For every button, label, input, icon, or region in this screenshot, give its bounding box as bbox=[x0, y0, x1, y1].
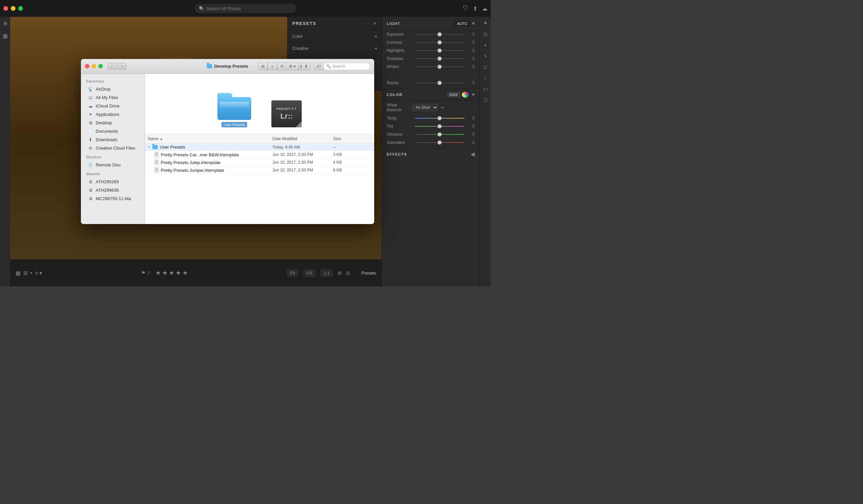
star-1[interactable]: ★ bbox=[155, 269, 161, 276]
desktop-icon: 🖥 bbox=[88, 120, 93, 125]
filmstrip-squares-icon[interactable]: ⊞ bbox=[23, 270, 28, 276]
lr-topbar: 🔍 Search All Photos ⛉ ⬆ ☁ bbox=[0, 0, 491, 17]
tint-slider[interactable] bbox=[415, 126, 464, 127]
user-presets-folder-item[interactable]: User Presets bbox=[217, 93, 251, 127]
saturation-label: Saturation bbox=[387, 140, 412, 145]
filter-icon[interactable]: ⛉ bbox=[463, 5, 468, 11]
white-balance-dropdown[interactable]: As Shot Auto Daylight Cloudy Custom bbox=[412, 104, 438, 111]
effects-chevron[interactable]: ◀ bbox=[471, 151, 475, 157]
lr-preset-file-item[interactable]: PRESET:T:T Lr:: bbox=[271, 100, 302, 127]
table-row[interactable]: ▼ User Presets Today, 9:45 AM -- bbox=[145, 143, 374, 151]
sidebar-item-all-my-files[interactable]: 🗂 All My Files bbox=[82, 93, 143, 101]
table-row[interactable]: Pretty Presets Juniper.lrtemplate Jun 10… bbox=[145, 166, 374, 174]
adjustments-icon[interactable]: ≡ bbox=[484, 20, 486, 26]
exposure-slider[interactable] bbox=[415, 34, 464, 35]
shadows-slider[interactable] bbox=[415, 58, 464, 59]
brush-icon[interactable]: ✎ bbox=[484, 54, 487, 59]
user-presets-folder-icon bbox=[217, 93, 251, 120]
info-icon[interactable]: ⓘ bbox=[483, 98, 488, 104]
sidebar-item-icloud[interactable]: ☁ iCloud Drive bbox=[82, 102, 143, 110]
sidebar-desktop-label: Desktop bbox=[96, 120, 112, 125]
fit-button[interactable]: Fit bbox=[287, 269, 298, 277]
star-2[interactable]: ★ bbox=[162, 269, 167, 276]
action-gear-button[interactable]: ⚙ ▾ bbox=[286, 63, 299, 70]
forward-button[interactable]: › bbox=[118, 63, 126, 70]
finder-minimize-button[interactable] bbox=[92, 64, 96, 68]
table-row[interactable]: Pretty Presets Car...mer B&W.lrtemplate … bbox=[145, 151, 374, 159]
blacks-slider[interactable] bbox=[415, 82, 464, 83]
star-4[interactable]: ★ bbox=[176, 269, 181, 276]
date-column-header[interactable]: Date Modified bbox=[270, 136, 330, 142]
sidebar-item-airdrop[interactable]: 📡 AirDrop bbox=[82, 85, 143, 93]
finder-maximize-button[interactable] bbox=[98, 64, 103, 68]
more-options-icon[interactable]: ··· bbox=[387, 72, 390, 76]
filmstrip-grid-icon[interactable]: ▦ bbox=[15, 270, 21, 276]
maximize-button[interactable] bbox=[18, 6, 23, 11]
file-icon-1 bbox=[154, 152, 159, 157]
auto-button[interactable]: AUTO bbox=[454, 21, 470, 27]
share-icon[interactable]: ⬆ bbox=[473, 5, 477, 12]
color-wheel-button[interactable] bbox=[462, 92, 468, 98]
expand-triangle[interactable]: ▼ bbox=[148, 146, 150, 148]
name-column-header[interactable]: Name ▲ bbox=[145, 136, 270, 142]
circle-icon[interactable]: ○ bbox=[484, 76, 486, 81]
cloud-icon[interactable]: ☁ bbox=[482, 5, 487, 12]
eyedropper-icon[interactable]: ✏ bbox=[441, 105, 445, 110]
highlights-label: Highlights bbox=[387, 48, 412, 53]
tag-icon[interactable]: 🏷 bbox=[484, 87, 487, 92]
temp-slider[interactable] bbox=[415, 118, 464, 119]
documents-icon: 📄 bbox=[88, 128, 93, 134]
finder-search[interactable]: 🔍 Search bbox=[323, 63, 370, 70]
star-3[interactable]: ★ bbox=[169, 269, 174, 276]
reject-icon[interactable]: ⚐ bbox=[147, 270, 151, 275]
fill-button[interactable]: Fill bbox=[303, 269, 315, 277]
vibrance-slider[interactable] bbox=[415, 134, 464, 135]
one-one-button[interactable]: 1:1 bbox=[320, 269, 333, 277]
saturation-slider[interactable] bbox=[415, 142, 464, 143]
share-button[interactable]: ⬆ bbox=[301, 63, 311, 70]
table-row[interactable]: Pretty Presets Julep.lrtemplate Jun 10, … bbox=[145, 159, 374, 166]
preset-item-creative[interactable]: Creative ◀ bbox=[288, 42, 382, 55]
preset-item-color[interactable]: Color ◀ bbox=[288, 30, 382, 42]
color-chevron[interactable]: ▾ bbox=[472, 91, 475, 98]
presets-more-icon[interactable]: ··· bbox=[366, 21, 370, 26]
compare-icon[interactable]: ⊟ bbox=[338, 271, 341, 275]
light-chevron[interactable]: ▾ bbox=[472, 20, 475, 27]
contrast-slider[interactable] bbox=[415, 42, 464, 43]
white-balance-label: White Balance bbox=[387, 103, 412, 112]
add-icon[interactable]: ⊕ bbox=[3, 20, 8, 27]
minimize-button[interactable] bbox=[11, 6, 15, 11]
finder-close-button[interactable] bbox=[85, 64, 89, 68]
back-button[interactable]: ‹ bbox=[108, 63, 116, 70]
flag-icon[interactable]: ⚑ bbox=[141, 270, 146, 275]
sidebar-item-documents[interactable]: 📄 Documents bbox=[82, 127, 143, 135]
page-curl bbox=[296, 121, 302, 127]
sidebar-item-ath299636[interactable]: 🖥 ATH299636 bbox=[82, 186, 143, 194]
sidebar-item-applications[interactable]: ✦ Applications bbox=[82, 110, 143, 118]
heal-icon[interactable]: ✦ bbox=[484, 43, 487, 48]
filmstrip-sort-icon[interactable]: ≡ ▾ bbox=[35, 270, 42, 276]
size-column-header[interactable]: Size bbox=[330, 136, 357, 142]
icon-view-button[interactable]: ⊞ bbox=[258, 63, 268, 70]
tag-button[interactable]: 🏷 bbox=[313, 63, 324, 70]
sidebar-item-downloads[interactable]: ⬇ Downloads bbox=[82, 135, 143, 143]
lr-search-bar[interactable]: 🔍 Search All Photos bbox=[195, 4, 296, 13]
sidebar-item-ath295269[interactable]: 🖥 ATH295269 bbox=[82, 178, 143, 186]
highlights-slider[interactable] bbox=[415, 50, 464, 51]
whites-slider[interactable] bbox=[415, 66, 464, 67]
survey-icon[interactable]: ⊡ bbox=[346, 271, 350, 275]
grid-icon[interactable]: ▦ bbox=[3, 33, 8, 39]
sidebar-item-desktop[interactable]: 🖥 Desktop bbox=[82, 119, 143, 127]
mask-icon[interactable]: ◫ bbox=[484, 65, 487, 69]
star-5[interactable]: ★ bbox=[183, 269, 188, 276]
contrast-label: Contrast bbox=[387, 40, 412, 45]
list-view-button[interactable]: ≡ bbox=[268, 63, 277, 70]
sidebar-item-remote-disc[interactable]: 💿 Remote Disc bbox=[82, 161, 143, 169]
close-button[interactable] bbox=[3, 6, 8, 11]
crop-icon[interactable]: ⊡ bbox=[484, 32, 487, 37]
presets-close-icon[interactable]: ✕ bbox=[373, 21, 377, 26]
bw-button[interactable]: B&W bbox=[447, 92, 461, 98]
sidebar-item-cc-files[interactable]: ⊛ Creative Cloud Files bbox=[82, 144, 143, 152]
sidebar-item-mc288755[interactable]: 🖥 MC288755-11-Ma bbox=[82, 194, 143, 203]
filmstrip-single-icon[interactable]: ▪ bbox=[30, 270, 32, 276]
